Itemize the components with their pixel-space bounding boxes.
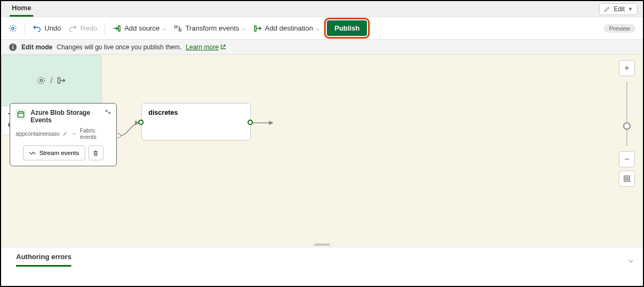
node-discretes[interactable]: discretes [141,103,251,141]
pencil-icon [604,6,610,12]
chevron-down-icon: ⌵ [243,25,246,31]
svg-rect-2 [175,26,177,28]
svg-point-7 [12,45,13,46]
stream-events-button[interactable]: Stream events [23,145,85,160]
learn-more-link[interactable]: Learn more [186,43,226,51]
preview-badge: Preview [604,24,635,33]
zoom-out-button[interactable]: − [619,151,635,167]
svg-point-10 [40,79,42,82]
redo-icon [69,24,77,33]
node-transform-drop[interactable]: / [1,55,102,106]
svg-point-0 [12,27,14,29]
output-icon [57,76,66,85]
separator [104,23,105,34]
edit-label: Edit [613,5,625,13]
stream-icon [29,150,36,157]
caret-down-icon: ▼ [628,6,633,12]
stream-label: Stream events [39,150,79,156]
calendar-icon [16,109,26,120]
add-destination-icon [253,24,262,33]
redo-label: Redo [80,24,97,32]
pencil-icon[interactable] [63,131,68,136]
add-destination-button[interactable]: Add destination ⌵ [253,24,320,33]
transform-label: Transform events [185,24,239,32]
tab-home[interactable]: Home [10,2,33,17]
transform-icon [174,24,182,33]
svg-rect-13 [626,178,628,180]
delete-button[interactable] [88,145,103,160]
port-discretes-out[interactable] [248,120,253,125]
bottom-panel: Authoring errors ⌵ [1,247,643,286]
chevron-down-icon: ⌵ [316,25,319,31]
external-link-icon [220,44,226,50]
info-title: Edit mode [21,43,53,51]
undo-icon [33,24,41,33]
add-source-icon [113,24,121,33]
svg-point-9 [38,77,44,84]
fit-icon [623,175,631,182]
edit-button[interactable]: Edit ▼ [599,3,638,15]
add-source-label: Add source [124,24,160,32]
canvas[interactable]: Azure Blob Storage Events appcontainersa… [1,55,643,247]
info-message: Changes will go live once you publish th… [57,43,182,51]
slash: / [50,76,53,85]
source-dest: Fabric events [80,127,111,140]
fit-screen-button[interactable] [619,171,635,187]
header-bar: Home Edit ▼ [1,1,643,17]
svg-rect-6 [12,46,13,49]
info-icon [9,43,17,51]
toolbar: Undo Redo Add source ⌵ Transform events … [1,17,643,40]
svg-rect-1 [118,26,120,31]
undo-button[interactable]: Undo [33,24,61,33]
zoom-slider[interactable] [626,82,627,146]
settings-button[interactable] [9,24,17,33]
port-source-out[interactable] [116,133,121,138]
learn-more-label: Learn more [186,43,219,51]
port-discretes-in[interactable] [138,120,144,125]
source-conn: appcontainersasv [16,130,59,137]
redo-button: Redo [69,24,97,33]
zoom-thumb[interactable] [623,122,631,130]
svg-rect-11 [58,78,60,83]
transform-button[interactable]: Transform events ⌵ [174,24,246,33]
svg-rect-8 [18,112,24,117]
publish-button[interactable]: Publish [327,20,367,36]
zoom-controls: + − [618,60,635,187]
node-source[interactable]: Azure Blob Storage Events appcontainersa… [10,103,117,166]
processing-icon [36,76,46,85]
gear-icon [9,24,17,33]
panel-resize-handle[interactable] [314,244,330,246]
add-destination-label: Add destination [265,24,313,32]
tab-authoring-errors[interactable]: Authoring errors [16,253,71,267]
source-title: Azure Blob Storage Events [31,109,101,124]
chevron-down-icon: ⌵ [163,25,166,31]
svg-rect-4 [254,26,256,31]
trash-icon [92,150,99,157]
arrow-right-icon: → [71,130,77,137]
add-source-button[interactable]: Add source ⌵ [113,24,166,33]
zoom-in-button[interactable]: + [619,60,635,76]
undo-label: Undo [44,24,61,32]
collapse-icon[interactable] [105,109,111,116]
discretes-title: discretes [148,109,178,116]
separator [25,23,25,34]
chevron-down-icon[interactable]: ⌵ [628,255,633,264]
svg-rect-12 [624,176,630,181]
info-bar: Edit mode Changes will go live once you … [1,40,643,55]
